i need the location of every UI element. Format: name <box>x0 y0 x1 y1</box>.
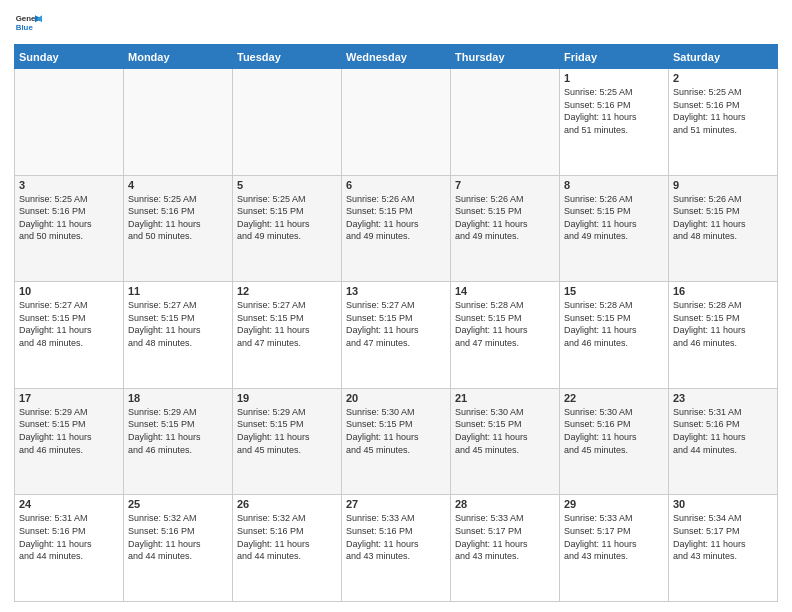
day-cell: 7Sunrise: 5:26 AM Sunset: 5:15 PM Daylig… <box>451 175 560 282</box>
day-number: 20 <box>346 392 446 404</box>
day-cell: 25Sunrise: 5:32 AM Sunset: 5:16 PM Dayli… <box>124 495 233 602</box>
day-cell: 13Sunrise: 5:27 AM Sunset: 5:15 PM Dayli… <box>342 282 451 389</box>
day-info: Sunrise: 5:26 AM Sunset: 5:15 PM Dayligh… <box>346 193 446 243</box>
day-number: 15 <box>564 285 664 297</box>
day-number: 16 <box>673 285 773 297</box>
day-info: Sunrise: 5:33 AM Sunset: 5:16 PM Dayligh… <box>346 512 446 562</box>
day-cell <box>233 69 342 176</box>
day-number: 18 <box>128 392 228 404</box>
day-number: 14 <box>455 285 555 297</box>
day-info: Sunrise: 5:29 AM Sunset: 5:15 PM Dayligh… <box>128 406 228 456</box>
day-cell: 21Sunrise: 5:30 AM Sunset: 5:15 PM Dayli… <box>451 388 560 495</box>
day-info: Sunrise: 5:27 AM Sunset: 5:15 PM Dayligh… <box>128 299 228 349</box>
day-info: Sunrise: 5:32 AM Sunset: 5:16 PM Dayligh… <box>237 512 337 562</box>
day-number: 27 <box>346 498 446 510</box>
day-number: 11 <box>128 285 228 297</box>
weekday-header-thursday: Thursday <box>451 45 560 69</box>
day-cell: 19Sunrise: 5:29 AM Sunset: 5:15 PM Dayli… <box>233 388 342 495</box>
day-cell: 11Sunrise: 5:27 AM Sunset: 5:15 PM Dayli… <box>124 282 233 389</box>
day-number: 9 <box>673 179 773 191</box>
weekday-header-wednesday: Wednesday <box>342 45 451 69</box>
calendar-body: 1Sunrise: 5:25 AM Sunset: 5:16 PM Daylig… <box>15 69 778 602</box>
day-cell: 14Sunrise: 5:28 AM Sunset: 5:15 PM Dayli… <box>451 282 560 389</box>
day-info: Sunrise: 5:25 AM Sunset: 5:16 PM Dayligh… <box>19 193 119 243</box>
day-info: Sunrise: 5:27 AM Sunset: 5:15 PM Dayligh… <box>19 299 119 349</box>
day-number: 22 <box>564 392 664 404</box>
day-info: Sunrise: 5:29 AM Sunset: 5:15 PM Dayligh… <box>237 406 337 456</box>
day-number: 24 <box>19 498 119 510</box>
day-cell: 26Sunrise: 5:32 AM Sunset: 5:16 PM Dayli… <box>233 495 342 602</box>
day-number: 28 <box>455 498 555 510</box>
day-number: 19 <box>237 392 337 404</box>
day-info: Sunrise: 5:25 AM Sunset: 5:16 PM Dayligh… <box>564 86 664 136</box>
week-row-2: 3Sunrise: 5:25 AM Sunset: 5:16 PM Daylig… <box>15 175 778 282</box>
day-info: Sunrise: 5:30 AM Sunset: 5:15 PM Dayligh… <box>346 406 446 456</box>
day-number: 17 <box>19 392 119 404</box>
day-cell: 16Sunrise: 5:28 AM Sunset: 5:15 PM Dayli… <box>669 282 778 389</box>
day-cell: 22Sunrise: 5:30 AM Sunset: 5:16 PM Dayli… <box>560 388 669 495</box>
week-row-1: 1Sunrise: 5:25 AM Sunset: 5:16 PM Daylig… <box>15 69 778 176</box>
week-row-4: 17Sunrise: 5:29 AM Sunset: 5:15 PM Dayli… <box>15 388 778 495</box>
day-info: Sunrise: 5:28 AM Sunset: 5:15 PM Dayligh… <box>455 299 555 349</box>
day-info: Sunrise: 5:25 AM Sunset: 5:15 PM Dayligh… <box>237 193 337 243</box>
day-info: Sunrise: 5:26 AM Sunset: 5:15 PM Dayligh… <box>673 193 773 243</box>
day-number: 5 <box>237 179 337 191</box>
day-cell: 15Sunrise: 5:28 AM Sunset: 5:15 PM Dayli… <box>560 282 669 389</box>
day-info: Sunrise: 5:28 AM Sunset: 5:15 PM Dayligh… <box>673 299 773 349</box>
week-row-5: 24Sunrise: 5:31 AM Sunset: 5:16 PM Dayli… <box>15 495 778 602</box>
day-cell: 28Sunrise: 5:33 AM Sunset: 5:17 PM Dayli… <box>451 495 560 602</box>
day-info: Sunrise: 5:30 AM Sunset: 5:16 PM Dayligh… <box>564 406 664 456</box>
day-cell: 23Sunrise: 5:31 AM Sunset: 5:16 PM Dayli… <box>669 388 778 495</box>
day-number: 25 <box>128 498 228 510</box>
day-number: 4 <box>128 179 228 191</box>
day-number: 13 <box>346 285 446 297</box>
logo-icon: General Blue <box>14 10 42 38</box>
day-cell: 1Sunrise: 5:25 AM Sunset: 5:16 PM Daylig… <box>560 69 669 176</box>
day-cell: 5Sunrise: 5:25 AM Sunset: 5:15 PM Daylig… <box>233 175 342 282</box>
day-number: 29 <box>564 498 664 510</box>
day-number: 23 <box>673 392 773 404</box>
day-cell: 4Sunrise: 5:25 AM Sunset: 5:16 PM Daylig… <box>124 175 233 282</box>
day-info: Sunrise: 5:29 AM Sunset: 5:15 PM Dayligh… <box>19 406 119 456</box>
weekday-header-friday: Friday <box>560 45 669 69</box>
day-cell: 3Sunrise: 5:25 AM Sunset: 5:16 PM Daylig… <box>15 175 124 282</box>
weekday-header-tuesday: Tuesday <box>233 45 342 69</box>
day-number: 2 <box>673 72 773 84</box>
day-info: Sunrise: 5:31 AM Sunset: 5:16 PM Dayligh… <box>19 512 119 562</box>
header: General Blue <box>14 10 778 38</box>
day-info: Sunrise: 5:30 AM Sunset: 5:15 PM Dayligh… <box>455 406 555 456</box>
day-number: 3 <box>19 179 119 191</box>
day-cell: 10Sunrise: 5:27 AM Sunset: 5:15 PM Dayli… <box>15 282 124 389</box>
day-info: Sunrise: 5:32 AM Sunset: 5:16 PM Dayligh… <box>128 512 228 562</box>
day-cell: 2Sunrise: 5:25 AM Sunset: 5:16 PM Daylig… <box>669 69 778 176</box>
day-number: 7 <box>455 179 555 191</box>
day-cell: 27Sunrise: 5:33 AM Sunset: 5:16 PM Dayli… <box>342 495 451 602</box>
day-cell: 30Sunrise: 5:34 AM Sunset: 5:17 PM Dayli… <box>669 495 778 602</box>
day-info: Sunrise: 5:28 AM Sunset: 5:15 PM Dayligh… <box>564 299 664 349</box>
day-cell <box>15 69 124 176</box>
svg-text:Blue: Blue <box>16 23 34 32</box>
day-info: Sunrise: 5:26 AM Sunset: 5:15 PM Dayligh… <box>564 193 664 243</box>
day-cell: 12Sunrise: 5:27 AM Sunset: 5:15 PM Dayli… <box>233 282 342 389</box>
day-number: 1 <box>564 72 664 84</box>
day-cell: 6Sunrise: 5:26 AM Sunset: 5:15 PM Daylig… <box>342 175 451 282</box>
day-cell <box>342 69 451 176</box>
day-info: Sunrise: 5:27 AM Sunset: 5:15 PM Dayligh… <box>237 299 337 349</box>
day-number: 12 <box>237 285 337 297</box>
day-cell: 8Sunrise: 5:26 AM Sunset: 5:15 PM Daylig… <box>560 175 669 282</box>
day-info: Sunrise: 5:33 AM Sunset: 5:17 PM Dayligh… <box>455 512 555 562</box>
day-number: 8 <box>564 179 664 191</box>
day-cell <box>451 69 560 176</box>
day-cell: 24Sunrise: 5:31 AM Sunset: 5:16 PM Dayli… <box>15 495 124 602</box>
day-cell: 29Sunrise: 5:33 AM Sunset: 5:17 PM Dayli… <box>560 495 669 602</box>
day-info: Sunrise: 5:33 AM Sunset: 5:17 PM Dayligh… <box>564 512 664 562</box>
day-info: Sunrise: 5:25 AM Sunset: 5:16 PM Dayligh… <box>673 86 773 136</box>
day-cell: 20Sunrise: 5:30 AM Sunset: 5:15 PM Dayli… <box>342 388 451 495</box>
day-number: 21 <box>455 392 555 404</box>
day-cell: 17Sunrise: 5:29 AM Sunset: 5:15 PM Dayli… <box>15 388 124 495</box>
weekday-header-saturday: Saturday <box>669 45 778 69</box>
day-cell <box>124 69 233 176</box>
day-info: Sunrise: 5:27 AM Sunset: 5:15 PM Dayligh… <box>346 299 446 349</box>
day-info: Sunrise: 5:26 AM Sunset: 5:15 PM Dayligh… <box>455 193 555 243</box>
day-info: Sunrise: 5:31 AM Sunset: 5:16 PM Dayligh… <box>673 406 773 456</box>
